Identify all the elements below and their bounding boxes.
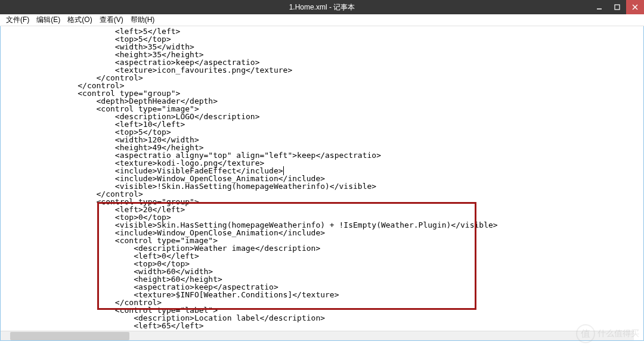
maximize-button[interactable]: [608, 0, 626, 14]
close-icon: [632, 4, 638, 10]
horizontal-scrollbar[interactable]: [1, 331, 634, 340]
watermark: 值 什么值得买: [576, 324, 639, 343]
window-titlebar: 1.Home.xml - 记事本: [0, 0, 644, 14]
minimize-button[interactable]: [590, 0, 608, 14]
window-title: 1.Home.xml - 记事本: [289, 2, 355, 13]
menu-view[interactable]: 查看(V): [96, 14, 127, 26]
menubar: 文件(F) 编辑(E) 格式(O) 查看(V) 帮助(H): [0, 14, 644, 26]
horizontal-scrollbar-thumb[interactable]: [10, 332, 129, 340]
maximize-icon: [614, 4, 620, 10]
watermark-text: 什么值得买: [597, 328, 639, 339]
text-area[interactable]: <left>5</left> <top>5</top> <width>35</w…: [1, 26, 643, 331]
text-area-wrapper: <left>5</left> <top>5</top> <width>35</w…: [0, 26, 644, 341]
svg-rect-1: [615, 5, 620, 10]
code-line: <left>65</left>: [3, 321, 204, 330]
menu-edit[interactable]: 编辑(E): [33, 14, 64, 26]
watermark-badge-icon: 值: [576, 324, 595, 343]
menu-file[interactable]: 文件(F): [2, 14, 33, 26]
menu-format[interactable]: 格式(O): [64, 14, 95, 26]
menu-help[interactable]: 帮助(H): [127, 14, 159, 26]
close-button[interactable]: [626, 0, 644, 14]
window-controls: [590, 0, 644, 14]
minimize-icon: [596, 4, 602, 10]
